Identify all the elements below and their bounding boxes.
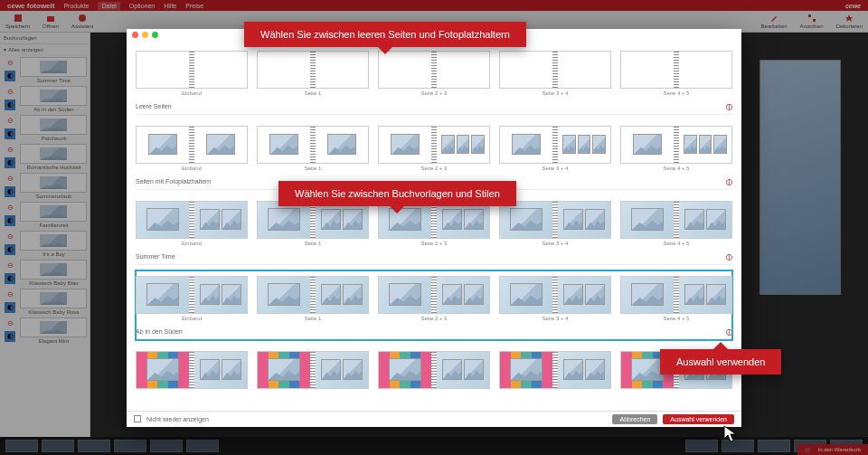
template-card[interactable]: Einband: [136, 126, 248, 171]
template-card[interactable]: Seite 4 + 5: [620, 276, 732, 321]
template-card[interactable]: Seite 4 + 5: [620, 126, 732, 171]
template-card[interactable]: Seite 3 + 4: [499, 51, 611, 96]
cancel-button[interactable]: Abbrechen: [612, 414, 657, 424]
callout-top: Wählen Sie zwischen leeren Seiten und Fo…: [244, 22, 526, 47]
template-card[interactable]: Seite 4 + 5: [620, 51, 732, 96]
template-card[interactable]: Einband: [136, 276, 248, 321]
template-card[interactable]: Seite 1: [257, 276, 369, 321]
info-icon[interactable]: ⓘ: [726, 253, 732, 262]
template-card[interactable]: [257, 351, 369, 391]
template-card[interactable]: Seite 3 + 4: [499, 201, 611, 246]
template-card[interactable]: [136, 351, 248, 391]
modal-overlay: EinbandSeite 1Seite 2 + 3Seite 3 + 4Seit…: [0, 0, 868, 455]
callout-apply: Auswahl verwenden: [660, 349, 781, 374]
zoom-icon[interactable]: [152, 32, 158, 38]
template-card[interactable]: Seite 2 + 3: [378, 51, 490, 96]
dont-show-label: Nicht wieder anzeigen: [146, 416, 209, 422]
close-icon[interactable]: [132, 32, 138, 38]
template-card[interactable]: Seite 4 + 5: [620, 201, 732, 246]
section-title: Ab in den Südenⓘ: [136, 327, 732, 340]
template-chooser-modal: EinbandSeite 1Seite 2 + 3Seite 3 + 4Seit…: [127, 29, 741, 427]
template-card[interactable]: Einband: [136, 201, 248, 246]
template-card[interactable]: Seite 1: [257, 51, 369, 96]
template-card[interactable]: Seite 3 + 4: [499, 276, 611, 321]
info-icon[interactable]: ⓘ: [726, 103, 732, 112]
template-card[interactable]: [499, 351, 611, 391]
minimize-icon[interactable]: [142, 32, 148, 38]
template-card[interactable]: Seite 1: [257, 126, 369, 171]
cursor-icon: [723, 425, 738, 447]
callout-middle: Wählen Sie zwischen Buchvorlagen und Sti…: [278, 181, 516, 206]
modal-footer: Nicht wieder anzeigen Abbrechen Auswahl …: [127, 411, 741, 427]
apply-button[interactable]: Auswahl verwenden: [663, 414, 734, 424]
section-title: Leere Seitenⓘ: [136, 101, 732, 115]
info-icon[interactable]: ⓘ: [726, 178, 732, 187]
template-section: EinbandSeite 1Seite 2 + 3Seite 3 + 4Seit…: [136, 45, 732, 115]
template-section: [136, 346, 732, 396]
template-card[interactable]: [378, 351, 490, 391]
template-card[interactable]: Seite 2 + 3: [378, 126, 490, 171]
template-section: EinbandSeite 1Seite 2 + 3Seite 3 + 4Seit…: [136, 120, 732, 190]
template-card[interactable]: Seite 1: [257, 201, 369, 246]
template-section: EinbandSeite 1Seite 2 + 3Seite 3 + 4Seit…: [136, 270, 732, 340]
template-card[interactable]: Seite 3 + 4: [499, 126, 611, 171]
template-card[interactable]: Seite 2 + 3: [378, 276, 490, 321]
section-title: Summer Timeⓘ: [136, 251, 732, 265]
dont-show-checkbox[interactable]: [134, 415, 141, 422]
template-card[interactable]: Einband: [136, 51, 248, 96]
